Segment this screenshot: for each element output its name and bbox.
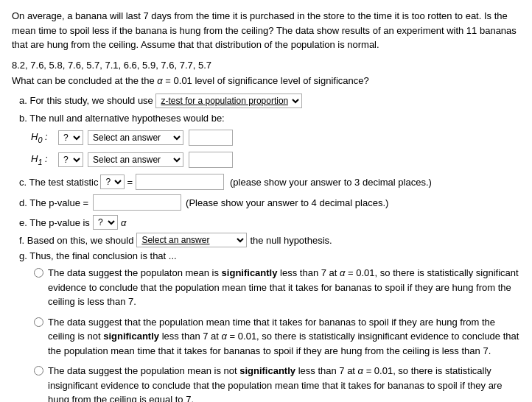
data-line: 8.2, 7.6, 5.8, 7.6, 5.7, 7.1, 6.6, 5.9, … — [12, 60, 520, 71]
based-on-answer-select[interactable]: Select an answer reject fail to reject — [136, 233, 247, 247]
part-c-label: c. The test statistic — [19, 177, 98, 188]
part-d-hint: (Please show your answer to 4 decimal pl… — [186, 197, 388, 208]
part-d-row: d. The p-value = (Please show your answe… — [12, 194, 520, 211]
part-a-label: a. For this study, we should use — [19, 95, 153, 106]
part-c-equals: = — [127, 177, 133, 188]
radio-text-3: The data suggest the population mean is … — [48, 364, 520, 402]
part-f-row: f. Based on this, we should Select an an… — [12, 233, 520, 247]
h0-value-input[interactable] — [189, 130, 233, 146]
part-b-label: b. The null and alternative hypotheses w… — [19, 111, 520, 127]
part-a-line: a. For this study, we should use z-test … — [19, 94, 520, 109]
radio-3[interactable] — [34, 366, 43, 375]
h1-row: H1 : ? < > = ≠ ≤ ≥ Select an answer μ = … — [19, 152, 520, 168]
pvalue-input[interactable] — [93, 194, 181, 211]
part-c-row: c. The test statistic ? t z = (please sh… — [12, 174, 520, 190]
h1-symbol-select[interactable]: ? < > = ≠ ≤ ≥ — [58, 152, 83, 167]
radio-1[interactable] — [34, 268, 43, 278]
part-g-label: g. Thus, the final conclusion is that ..… — [19, 250, 177, 261]
radio-text-1: The data suggest the populaton mean is s… — [48, 266, 520, 309]
h1-value-input[interactable] — [189, 152, 233, 168]
h1-answer-select[interactable]: Select an answer μ = 7 μ < 7 μ > 7 — [88, 152, 183, 167]
pvalue-compare-select[interactable]: ? > < = — [93, 215, 118, 230]
part-e-label: e. The p-value is — [19, 217, 90, 228]
part-f-label: f. Based on this, we should — [19, 235, 133, 246]
part-g-row: g. Thus, the final conclusion is that ..… — [12, 250, 520, 261]
part-e-alpha: α — [121, 217, 126, 228]
intro-paragraph: On average, a banana will last 7 days fr… — [12, 9, 520, 52]
h0-label: H0 : — [31, 131, 52, 144]
h1-label: H1 : — [31, 153, 52, 166]
conclusion-radio-group: The data suggest the populaton mean is s… — [12, 266, 520, 402]
study-type-dropdown[interactable]: z-test for a population proportion t-tes… — [155, 94, 302, 108]
test-stat-input[interactable] — [136, 174, 224, 190]
radio-text-2: The data suggest that the population mea… — [48, 315, 520, 359]
radio-item-1: The data suggest the populaton mean is s… — [34, 266, 520, 309]
part-e-row: e. The p-value is ? > < = α — [12, 215, 520, 230]
radio-item-3: The data suggest the population mean is … — [34, 364, 520, 402]
h0-row: H0 : ? < > = ≠ ≤ ≥ Select an answer μ = … — [19, 130, 520, 146]
h0-symbol-select[interactable]: ? < > = ≠ ≤ ≥ — [58, 130, 83, 145]
radio-item-2: The data suggest that the population mea… — [34, 315, 520, 359]
part-d-label: d. The p-value = — [19, 197, 88, 208]
h0-answer-select[interactable]: Select an answer μ = 7 μ < 7 μ > 7 — [88, 130, 183, 145]
radio-2[interactable] — [34, 317, 43, 327]
part-f-suffix: the null hypothesis. — [250, 235, 332, 246]
part-c-hint: (please show your answer to 3 decimal pl… — [230, 177, 432, 188]
question-line: What can be concluded at the the α = 0.0… — [12, 75, 520, 86]
test-stat-select[interactable]: ? t z — [100, 174, 125, 189]
